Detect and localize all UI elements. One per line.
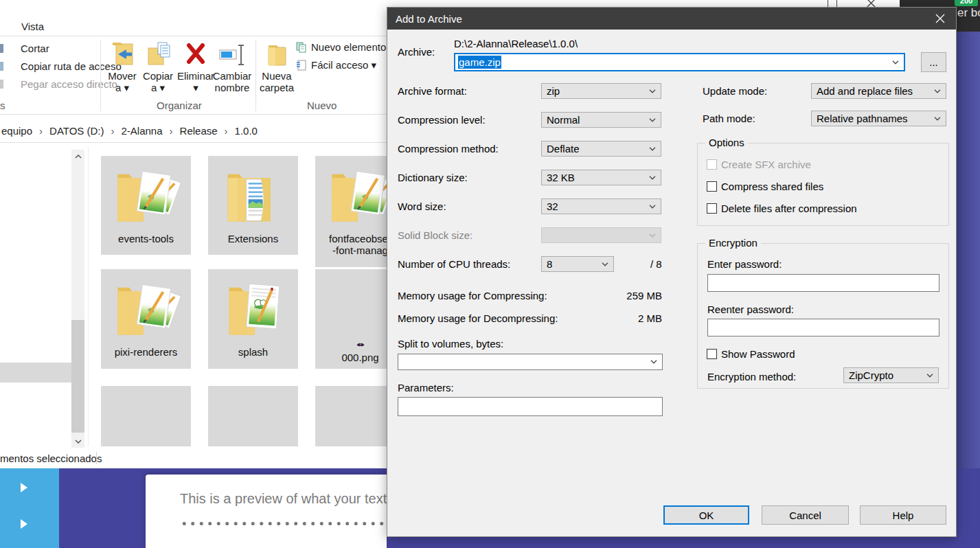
checkbox-icon	[707, 349, 717, 359]
chevron-down-icon	[650, 360, 657, 364]
file-tile-partial[interactable]	[101, 386, 191, 446]
reenter-password-label: Reenter password:	[707, 304, 794, 315]
word-size-select[interactable]: 32	[541, 198, 661, 214]
path-mode-select[interactable]: Relative pathnames	[811, 111, 946, 126]
breadcrumb-item[interactable]: 1.0.0	[235, 125, 258, 137]
show-password-checkbox[interactable]: Show Password	[707, 348, 795, 360]
cancel-button[interactable]: Cancel	[762, 505, 849, 525]
archive-path: D:\2-Alanna\Release\1.0.0\	[454, 38, 578, 49]
compression-level-select[interactable]: Normal	[541, 112, 661, 128]
archive-format-select[interactable]: zip	[541, 83, 661, 99]
move-to-button[interactable]: Mover a ▾	[104, 41, 140, 93]
word-size-label: Word size:	[398, 201, 446, 212]
update-mode-label: Update mode:	[703, 85, 767, 97]
preview-text: This is a preview of what your text	[180, 491, 387, 507]
file-tile-extensions[interactable]: Extensions	[208, 156, 298, 255]
paste-shortcut-icon	[0, 80, 3, 89]
update-mode-select[interactable]: Add and replace files	[811, 83, 946, 99]
compress-shared-checkbox[interactable]: Compress shared files	[707, 181, 823, 192]
cpu-threads-max: / 8	[650, 258, 662, 270]
status-200-badge: 200	[955, 0, 978, 6]
preview-sidebar	[0, 468, 59, 548]
chevron-right-icon: ›	[225, 125, 228, 137]
scrollbar-thumb[interactable]	[71, 320, 84, 433]
cpu-threads-select[interactable]: 8	[541, 256, 614, 272]
memory-compress-label: Memory usage for Compressing:	[398, 290, 547, 301]
scroll-down-icon[interactable]	[71, 435, 84, 448]
chevron-down-icon	[934, 117, 941, 121]
file-tile-partial[interactable]	[208, 386, 298, 446]
checkbox-icon	[707, 203, 717, 214]
preview-card: This is a preview of what your text	[146, 475, 387, 548]
dialog-titlebar[interactable]: Add to Archive	[387, 8, 956, 30]
enter-password-input[interactable]	[707, 274, 939, 292]
new-item-button[interactable]: Nuevo elemento ▾	[295, 41, 394, 54]
delete-icon	[183, 41, 208, 70]
move-to-icon	[110, 41, 135, 70]
compression-level-label: Compression level:	[398, 114, 486, 126]
reenter-password-input[interactable]	[707, 319, 939, 336]
delete-button[interactable]: Eliminar ▾	[177, 41, 214, 93]
chevron-right-icon: ›	[111, 125, 115, 137]
chevron-down-icon	[649, 118, 656, 122]
encryption-method-label: Encryption method:	[707, 371, 796, 383]
parameters-input[interactable]	[398, 397, 663, 416]
solid-block-size-select	[541, 227, 661, 243]
nav-pane-selected-item[interactable]	[0, 363, 71, 383]
chevron-down-icon	[602, 262, 608, 266]
dialog-close-icon[interactable]	[935, 14, 945, 23]
easy-access-icon	[295, 59, 308, 71]
background-partial-text: er bo	[957, 6, 980, 20]
image-file-icon	[356, 341, 365, 350]
screen: Vista Cortar Copiar ruta de acceso Pegar…	[0, 0, 980, 548]
play-arrow-icon[interactable]	[21, 519, 27, 529]
dotted-line	[180, 520, 386, 527]
play-arrow-icon[interactable]	[21, 483, 27, 492]
status-bar-text: mentos seleccionados	[0, 453, 102, 464]
solid-block-size-label: Solid Block size:	[398, 229, 472, 241]
compression-method-label: Compression method:	[398, 143, 499, 155]
dictionary-size-label: Dictionary size:	[398, 172, 468, 183]
cut-icon	[0, 44, 3, 53]
add-to-archive-dialog: Add to Archive Archive: D:\2-Alanna\Rele…	[387, 7, 957, 537]
split-volumes-combobox[interactable]	[398, 354, 663, 370]
encryption-method-select[interactable]: ZipCrypto	[843, 367, 939, 383]
delete-after-checkbox[interactable]: Delete files after compression	[707, 203, 857, 214]
options-group: Options Create SFX archive Compress shar…	[697, 143, 949, 226]
file-tile-pixi-renderers[interactable]: pixi-renderers	[101, 269, 191, 369]
scroll-up-icon[interactable]	[71, 150, 84, 163]
easy-access-button[interactable]: Fácil acceso ▾	[295, 59, 376, 71]
file-tile-events-tools[interactable]: events-tools	[101, 156, 191, 255]
chevron-down-icon	[934, 89, 941, 93]
archive-name-value: game.zip	[458, 56, 501, 69]
browse-button[interactable]: ...	[921, 52, 946, 72]
chevron-down-icon	[649, 205, 656, 209]
ribbon-item-cortar[interactable]: Cortar	[21, 43, 49, 54]
breadcrumb-item[interactable]: equipo	[1, 125, 32, 137]
breadcrumb-item[interactable]: Release	[180, 125, 218, 137]
create-sfx-checkbox: Create SFX archive	[707, 159, 811, 170]
chevron-right-icon: ›	[39, 125, 43, 137]
ok-button[interactable]: OK	[663, 505, 749, 525]
help-button[interactable]: Help	[860, 505, 946, 525]
archive-name-combobox[interactable]: game.zip	[454, 53, 905, 71]
chevron-right-icon: ›	[170, 125, 173, 137]
rename-icon	[218, 41, 246, 70]
ribbon-item-pegar-acceso[interactable]: Pegar acceso directo	[21, 78, 117, 90]
breadcrumb-item[interactable]: 2-Alanna	[122, 125, 163, 137]
chevron-down-icon[interactable]	[892, 60, 899, 65]
breadcrumb-item[interactable]: DATOS (D:)	[49, 125, 104, 137]
folder-icon	[218, 273, 289, 345]
folder-icon	[325, 160, 396, 231]
rename-button[interactable]: Cambiar nombre	[212, 41, 253, 93]
new-folder-button[interactable]: Nueva carpeta	[258, 41, 295, 93]
memory-decompress-value: 2 MB	[600, 312, 662, 324]
file-tile-splash[interactable]: splash	[208, 269, 298, 369]
split-volumes-label: Split to volumes, bytes:	[398, 338, 503, 350]
parameters-label: Parameters:	[398, 382, 454, 393]
dictionary-size-select[interactable]: 32 KB	[541, 170, 661, 185]
dialog-title: Add to Archive	[396, 13, 462, 25]
copy-to-button[interactable]: Copiar a ▾	[140, 41, 176, 93]
tab-vista[interactable]: Vista	[21, 21, 44, 32]
compression-method-select[interactable]: Deflate	[541, 141, 661, 157]
